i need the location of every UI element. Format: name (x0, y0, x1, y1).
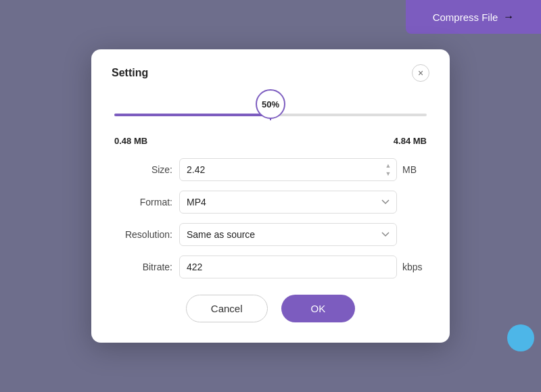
spinner-up-icon[interactable]: ▲ (383, 162, 393, 169)
bitrate-input[interactable] (179, 255, 397, 278)
bitrate-row: Bitrate: kbps (112, 255, 429, 278)
spinner-down-icon[interactable]: ▼ (383, 170, 393, 177)
resolution-row: Resolution: Same as source 1080p 720p 48… (112, 223, 429, 246)
slider-min-label: 0.48 MB (114, 136, 147, 146)
slider-max-label: 4.84 MB (394, 136, 427, 146)
size-input[interactable] (179, 158, 397, 181)
bitrate-control: kbps (179, 255, 429, 278)
resolution-control: Same as source 1080p 720p 480p 360p (179, 223, 429, 246)
format-select[interactable]: MP4 AVI MOV MKV WebM (179, 191, 397, 214)
size-spinner-wrapper: ▲ ▼ (179, 158, 397, 181)
slider-section: 50% 0.48 MB 4.84 MB (112, 98, 429, 146)
slider-labels: 0.48 MB 4.84 MB (114, 136, 427, 146)
size-control: ▲ ▼ MB (179, 158, 429, 181)
cancel-label: Cancel (211, 303, 243, 314)
slider-track: 50% (114, 114, 427, 116)
ok-label: OK (311, 303, 326, 314)
bitrate-unit-label: kbps (402, 262, 429, 272)
ok-button[interactable]: OK (281, 295, 356, 322)
spinner-arrows: ▲ ▼ (383, 162, 393, 177)
slider-track-container[interactable]: 50% (114, 98, 427, 132)
compress-button-label: Compress File (433, 11, 498, 23)
format-row: Format: MP4 AVI MOV MKV WebM (112, 191, 429, 214)
resolution-select[interactable]: Same as source 1080p 720p 480p 360p (179, 223, 397, 246)
close-icon: × (418, 68, 423, 78)
close-button[interactable]: × (412, 64, 429, 82)
format-label: Format: (112, 197, 172, 207)
arrow-icon: → (503, 11, 514, 23)
decorative-circle (507, 324, 534, 351)
settings-dialog: Setting × 50% 0.48 MB 4.84 MB Size: (91, 49, 450, 343)
form-section: Size: ▲ ▼ MB Format: MP4 AVI MOV (112, 158, 429, 278)
cancel-button[interactable]: Cancel (186, 295, 268, 322)
slider-bubble: 50% (256, 89, 285, 119)
size-row: Size: ▲ ▼ MB (112, 158, 429, 181)
slider-fill (114, 114, 270, 116)
format-control: MP4 AVI MOV MKV WebM (179, 191, 429, 214)
bitrate-label: Bitrate: (112, 262, 172, 272)
size-unit-label: MB (402, 164, 429, 175)
size-label: Size: (112, 164, 172, 175)
compress-button-bg[interactable]: Compress File → (406, 0, 541, 34)
slider-thumb: 50% (270, 109, 271, 120)
resolution-label: Resolution: (112, 229, 172, 240)
dialog-title: Setting (112, 67, 148, 79)
dialog-header: Setting × (112, 64, 429, 82)
dialog-footer: Cancel OK (112, 295, 429, 322)
